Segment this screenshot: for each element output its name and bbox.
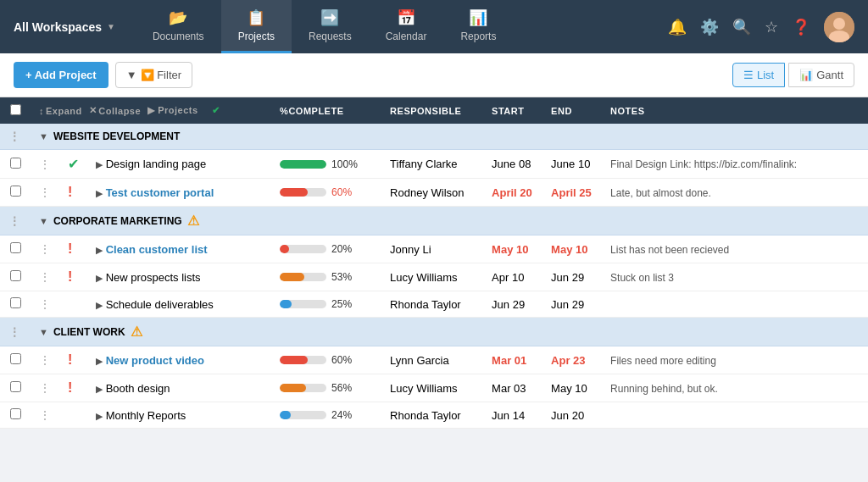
calendar-nav-icon: 📅 <box>397 8 415 27</box>
gear-icon[interactable]: ⚙️ <box>700 18 719 36</box>
row-end: Apr 23 <box>542 346 602 374</box>
group-name: WEBSITE DEVELOPMENT <box>53 130 180 142</box>
gantt-label: Gantt <box>816 69 843 81</box>
row-name-cell: ▶ New prospects lists <box>87 263 271 291</box>
add-project-button[interactable]: + Add Project <box>14 62 108 88</box>
reports-nav-label: Reports <box>460 30 496 42</box>
pct-label: 24% <box>331 409 359 421</box>
warning-icon: ⚠ <box>131 324 142 340</box>
row-checkbox[interactable] <box>10 242 21 253</box>
nav-item-documents[interactable]: 📂Documents <box>136 0 221 53</box>
nav-item-calendar[interactable]: 📅Calendar <box>369 0 444 53</box>
status-warn-icon: ! <box>68 380 72 395</box>
pct-label: 60% <box>331 186 359 198</box>
row-expand-icon[interactable]: ▶ <box>96 300 103 310</box>
nav-item-reports[interactable]: 📊Reports <box>443 0 513 53</box>
row-responsible: Rodney Wilson <box>381 179 483 207</box>
pct-label: 53% <box>331 271 359 283</box>
row-complete-cell: 20% <box>271 235 381 263</box>
row-expand-icon[interactable]: ▶ <box>96 159 103 169</box>
th-checkbox <box>0 97 31 124</box>
projects-nav-icon: 📋 <box>247 8 265 27</box>
row-checkbox[interactable] <box>10 186 21 197</box>
row-drag-cell: ⋮ <box>31 179 59 207</box>
gantt-view-button[interactable]: 📊 Gantt <box>788 63 854 87</box>
help-icon[interactable]: ❓ <box>792 18 810 36</box>
row-start: Jun 14 <box>483 402 542 429</box>
nav-item-projects[interactable]: 📋Projects <box>221 0 292 53</box>
start-date: Mar 03 <box>492 382 526 395</box>
workspace-selector[interactable]: All Workspaces ▼ <box>14 20 115 34</box>
row-complete-cell: 24% <box>271 402 381 429</box>
row-checkbox[interactable] <box>10 270 21 281</box>
row-expand-icon[interactable]: ▶ <box>96 411 103 421</box>
row-name: Monthly Reports <box>106 409 186 422</box>
row-name-link[interactable]: Test customer portal <box>106 186 214 199</box>
row-notes: Late, but almost done. <box>602 179 868 207</box>
row-drag-cell: ⋮ <box>31 402 59 429</box>
group-expand-icon[interactable]: ▼ <box>39 216 48 226</box>
row-end: April 25 <box>542 179 602 207</box>
row-expand-icon[interactable]: ▶ <box>96 356 103 366</box>
row-checkbox[interactable] <box>10 353 21 364</box>
filter-button[interactable]: ▼ 🔽 Filter <box>115 62 192 88</box>
th-start: START <box>483 97 542 124</box>
row-complete-cell: 60% <box>271 346 381 374</box>
th-responsible: RESPONSIBLE <box>381 97 483 124</box>
drag-handle: ⋮ <box>39 186 51 199</box>
row-notes: Final Design Link: https://biz.com/final… <box>602 150 868 179</box>
drag-handle: ⋮ <box>39 242 51 256</box>
row-end: May 10 <box>542 235 602 263</box>
row-drag-cell: ⋮ <box>31 263 59 291</box>
row-checkbox[interactable] <box>10 381 21 392</box>
row-expand-icon[interactable]: ▶ <box>96 273 103 283</box>
row-drag-cell: ⋮ <box>31 291 59 318</box>
group-expand-icon[interactable]: ▼ <box>39 327 48 337</box>
row-name: Design landing page <box>106 158 207 170</box>
list-view-button[interactable]: ☰ List <box>732 63 785 87</box>
row-responsible: Rhonda Taylor <box>381 402 483 429</box>
bell-icon[interactable]: 🔔 <box>668 18 687 36</box>
row-checkbox[interactable] <box>10 297 21 308</box>
row-name-link[interactable]: New product video <box>106 354 204 367</box>
app-header: All Workspaces ▼ 📂Documents📋Projects➡️Re… <box>0 0 868 53</box>
row-expand-icon[interactable]: ▶ <box>96 188 103 198</box>
group-name: CLIENT WORK <box>53 326 125 338</box>
group-expand-icon[interactable]: ▼ <box>39 131 48 141</box>
collapse-button[interactable]: ✕ Collapse <box>89 105 141 116</box>
expand-button[interactable]: ↕ Expand <box>39 106 82 116</box>
requests-nav-icon: ➡️ <box>320 8 339 27</box>
row-complete-cell: 25% <box>271 291 381 318</box>
warning-icon: ⚠ <box>187 213 199 229</box>
row-start: April 20 <box>483 179 542 207</box>
row-name-link[interactable]: Clean customer list <box>106 243 208 256</box>
gantt-icon: 📊 <box>799 69 813 81</box>
row-name-cell: ▶ Design landing page <box>87 150 271 179</box>
row-responsible: Lucy Williams <box>381 263 483 291</box>
row-end: Jun 29 <box>542 291 602 318</box>
star-icon[interactable]: ☆ <box>765 18 778 36</box>
nav-item-requests[interactable]: ➡️Requests <box>292 0 369 53</box>
table-row: ⋮ ! ▶ New prospects lists 53% Lucy Willi… <box>0 263 868 291</box>
reports-nav-icon: 📊 <box>469 8 487 27</box>
projects-header-label: ▶ Projects <box>147 105 198 116</box>
workspace-label: All Workspaces <box>14 20 102 34</box>
row-end: May 10 <box>542 374 602 402</box>
row-checkbox[interactable] <box>10 408 21 419</box>
row-checkbox[interactable] <box>10 158 21 169</box>
row-responsible: Rhonda Taylor <box>381 291 483 318</box>
search-icon[interactable]: 🔍 <box>732 18 751 36</box>
row-name-cell: ▶ Clean customer list <box>87 235 271 263</box>
projects-nav-label: Projects <box>238 30 275 42</box>
row-start: Jun 29 <box>483 291 542 318</box>
th-notes: NOTES <box>602 97 868 124</box>
avatar[interactable] <box>824 12 854 42</box>
row-checkbox-cell <box>0 263 31 291</box>
row-expand-icon[interactable]: ▶ <box>96 245 103 255</box>
select-all-checkbox[interactable] <box>10 104 21 115</box>
requests-nav-label: Requests <box>309 30 352 42</box>
th-check-icon: ✔ <box>212 105 220 116</box>
row-expand-icon[interactable]: ▶ <box>96 384 103 394</box>
group-name-cell: ▼ CLIENT WORK ⚠ <box>31 318 602 346</box>
row-complete-cell: 60% <box>271 179 381 207</box>
